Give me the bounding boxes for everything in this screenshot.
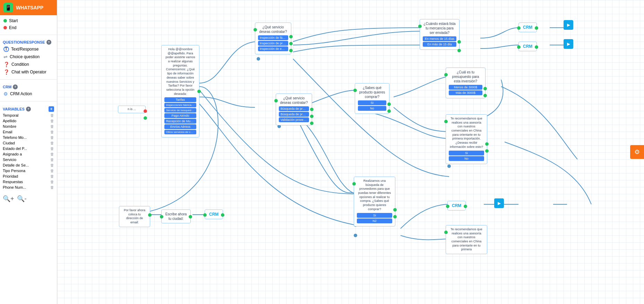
option-busqueda[interactable]: Servicio de búsqueda de productos o prov… [164,108,196,113]
var-telefono-delete[interactable]: 🗑 [50,135,54,140]
crm4-label: CRM [209,212,218,217]
provider-search-node[interactable]: Realizamos una búsqueda de proveedores p… [354,177,395,226]
crm-section-title: CRM ? [3,83,54,90]
service1-node[interactable]: ¿Qué servicio deseas contratar? Inspecci… [255,23,291,54]
var-nombre-delete[interactable]: 🗑 [50,124,54,128]
when-ready-opt1[interactable]: En menos de 15 días [423,36,456,41]
var-telefono: Telefono Mo... 🗑 [3,135,54,140]
var-temporal-delete[interactable]: 🗑 [50,113,54,117]
service2-title: ¿Qué servicio deseas contratar? [279,96,309,105]
end-item[interactable]: End [3,24,54,31]
var-email-delete[interactable]: 🗑 [50,130,54,134]
start-item[interactable]: Start [3,17,54,24]
option-aereos[interactable]: Envíos Aéreos [164,124,196,129]
know-product1-node[interactable]: ¿Sabes qué producto quieres comprar? SI … [355,83,389,114]
crm-action-item[interactable]: ⚙ CRM Action [3,90,54,98]
kp1-opt2[interactable]: No [358,106,386,111]
var-email: Email 🗑 [3,129,54,135]
var-detalle-delete[interactable]: 🗑 [50,163,54,167]
connections-svg [57,0,644,304]
budget-title: ¿Cuál es tu presupuesto para esta invers… [449,70,482,83]
email-node[interactable]: Por favor ahora coloca tu dirección de e… [119,206,150,227]
var-servicio-delete[interactable]: 🗑 [50,158,54,162]
add-variable-button[interactable]: + [49,106,54,112]
rec1-opt1[interactable]: Si [449,151,484,155]
option-pago[interactable]: Pago Airindo [164,113,196,118]
zoom-out-button[interactable]: 🔍- [17,195,27,203]
app-title: WHATSAPP [16,5,43,10]
text-response-item[interactable]: T Text/Response [3,45,54,53]
service2-node[interactable]: ¿Qué servicio deseas contratar? Búsqueda… [276,93,312,125]
start-dot [3,19,7,23]
crm1-out [535,26,538,30]
condition-item[interactable]: ❓ Condition [3,61,54,68]
var-nombre: Nombre 🗑 [3,124,54,129]
rec1-out1 [485,142,489,146]
var-asignado-delete[interactable]: 🗑 [50,152,54,156]
service2-opt3[interactable]: Validación proveedor [279,117,309,122]
rec2-title: Te recomendamos que realices una asesorí… [449,227,484,252]
play-btn-2[interactable]: ▶ [564,39,573,49]
service2-opt1[interactable]: Búsqueda de productos [279,106,309,111]
var-estado-delete[interactable]: 🗑 [50,146,54,151]
play-btn-1[interactable]: ▶ [564,20,573,30]
divider-1 [0,35,57,35]
var-ciudad-label: Ciudad [3,141,15,145]
email-out [148,213,152,217]
kp1-opt1[interactable]: SI [358,100,386,105]
rec1-title: Te recomendamos que realices una asesorí… [449,117,484,149]
crm3-out [464,205,467,208]
budget-opt1[interactable]: Menos de 3000$ [449,85,482,90]
crm-node-3[interactable]: CRM [447,201,466,211]
flow-canvas[interactable]: Hola @@nombre @@apellido. Para poder asi… [57,0,644,304]
choice-icon: ⇌ [3,54,8,60]
when-ready-out1 [457,40,461,44]
option-muestras[interactable]: Recepción de Muestras [164,119,196,124]
variables-help-icon[interactable]: ? [26,107,31,111]
service1-opt1[interactable]: Inspección de fábrica [258,35,288,40]
rec1-opt2[interactable]: No [449,156,484,161]
ps-opt2[interactable]: N2 [357,218,392,223]
rec1-out2 [485,149,489,153]
var-servicio-label: Servicio [3,158,16,162]
crm-node-4[interactable]: CRM [205,209,223,219]
when-ready-node[interactable]: ¿Cuándo estará lista tu mercancía para s… [420,19,460,50]
var-tipo-delete[interactable]: 🗑 [50,169,54,173]
budget-node[interactable]: ¿Cuál es tu presupuesto para esta invers… [446,68,486,98]
crm-node-1[interactable]: CRM [518,23,537,32]
when-ready-opt2[interactable]: En más de 15 día [423,42,456,47]
svg-point-15 [354,234,357,237]
variables-title-text: VARIABLES [3,107,25,111]
service1-opt2[interactable]: Inspección de producción [258,41,288,46]
crm-node-2[interactable]: CRM [518,42,537,51]
var-respuestas-delete[interactable]: 🗑 [50,180,54,184]
var-apellido-delete[interactable]: 🗑 [50,119,54,123]
start-connector-node[interactable]: n is ... [118,106,146,113]
budget-out1 [483,87,487,90]
service1-out2 [289,42,293,45]
crm2-out [535,45,538,49]
ps-opt1[interactable]: Si [357,213,392,218]
qr-help-icon[interactable]: ? [46,40,51,45]
settings-button[interactable]: ⚙ [630,145,644,159]
option-otros[interactable]: Otros servicios de consolidación [164,130,196,134]
crm-help-icon[interactable]: ? [13,84,18,89]
city-node[interactable]: Escribe ahora tu ciudad: [161,209,191,223]
choice-question-item[interactable]: ⇌ Choice question [3,53,54,61]
chat-operator-item[interactable]: ❓ Chat with Operator [3,68,54,76]
option-inspecciones[interactable]: Inspecciones fabrica/produccion/embarque [164,103,196,107]
recommendation2-node[interactable]: Te recomendamos que realices una asesorí… [446,225,487,254]
service2-opt2[interactable]: Búsqueda de proveedores [279,112,309,117]
budget-opt2[interactable]: Más de 3000$ [449,90,482,95]
play-btn-3[interactable]: ▶ [494,198,504,208]
recommendation1-node[interactable]: Te recomendamos que realices una asesorí… [446,114,487,164]
zoom-in-button[interactable]: 🔍+ [3,195,14,203]
var-ciudad-delete[interactable]: 🗑 [50,141,54,145]
service1-opt3[interactable]: Inspección de embarque [258,46,288,51]
greeting-node[interactable]: Hola @@nombre @@apellido. Para poder asi… [161,45,199,137]
var-phone-delete[interactable]: 🗑 [50,185,54,189]
option-tarifas[interactable]: Tarifas [164,97,196,102]
greeting-text: Hola @@nombre @@apellido. Para poder asi… [164,47,196,96]
var-prioridad-delete[interactable]: 🗑 [50,174,54,178]
var-apellido: Apellido 🗑 [3,118,54,124]
